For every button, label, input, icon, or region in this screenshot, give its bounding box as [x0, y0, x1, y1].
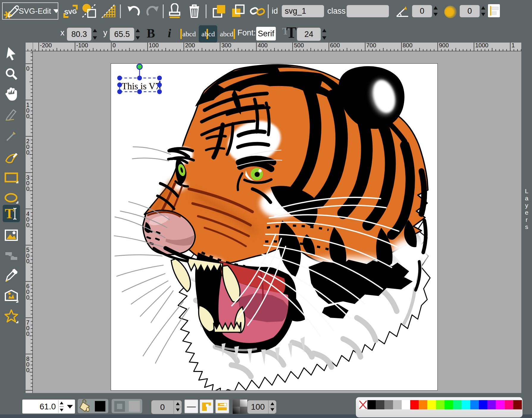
svg-text:400: 400: [258, 43, 267, 49]
svg-text:-200: -200: [40, 43, 52, 49]
svg-text:5: 5: [26, 247, 29, 253]
svg-text:700: 700: [366, 43, 376, 49]
svg-text:500: 500: [294, 43, 304, 49]
svg-text:1: 1: [511, 43, 515, 49]
svg-text:0: 0: [26, 258, 29, 264]
svg-text:-100: -100: [76, 43, 88, 49]
svg-text:0: 0: [26, 222, 29, 228]
svg-text:0: 0: [112, 43, 116, 49]
svg-text:200: 200: [185, 43, 195, 49]
svg-text:1000: 1000: [475, 43, 489, 49]
svg-text:900: 900: [439, 43, 449, 49]
svg-text:0: 0: [26, 330, 29, 337]
svg-text:0: 0: [26, 149, 29, 156]
svg-text:600: 600: [330, 43, 340, 49]
svg-text:100: 100: [149, 43, 159, 49]
svg-text:0: 0: [26, 113, 29, 119]
svg-text:0: 0: [26, 367, 29, 373]
svg-text:0: 0: [26, 65, 29, 72]
svg-text:300: 300: [221, 43, 231, 49]
svg-text:0: 0: [26, 294, 29, 301]
svg-text:800: 800: [403, 43, 412, 49]
svg-text:SVG: SVG: [64, 8, 77, 16]
svg-text:0: 0: [26, 185, 29, 192]
svg-text:T: T: [5, 206, 14, 221]
